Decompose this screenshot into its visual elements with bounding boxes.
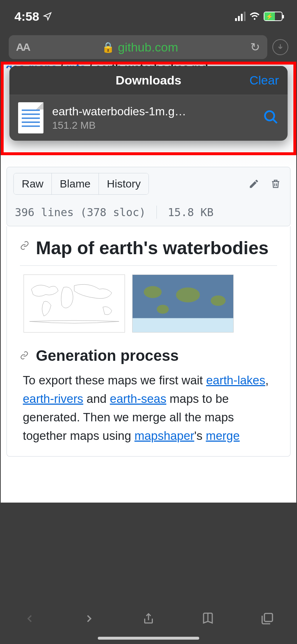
map-satellite-image <box>132 274 234 333</box>
downloads-title: Downloads <box>116 73 181 87</box>
bookmarks-button[interactable] <box>198 609 217 628</box>
body-text: To export these maps we first wait earth… <box>20 371 277 445</box>
section-heading: Generation process <box>20 347 277 364</box>
download-size: 151.2 MB <box>52 120 254 131</box>
back-button[interactable] <box>20 609 39 628</box>
link-earth-seas[interactable]: earth-seas <box>110 392 166 405</box>
file-stats-size: 15.8 KB <box>168 206 213 219</box>
battery-icon: ⚡ <box>264 12 283 21</box>
lock-icon: 🔒 <box>102 41 114 53</box>
svg-rect-1 <box>264 614 272 622</box>
page-content: geo-maps / info / earth-waterbodies.md D… <box>1 62 296 503</box>
anchor-icon[interactable] <box>20 351 29 362</box>
map-outline-image <box>24 274 125 333</box>
status-right: ⚡ <box>235 12 283 21</box>
share-button[interactable] <box>139 609 158 628</box>
file-stats-lines: 396 lines (378 sloc) <box>15 206 146 219</box>
history-button[interactable]: History <box>99 173 148 194</box>
delete-button[interactable] <box>268 176 284 192</box>
wifi-icon <box>249 12 260 21</box>
link-merge[interactable]: merge <box>206 429 240 442</box>
view-toggle: Raw Blame History <box>13 173 149 195</box>
status-time: 4:58 <box>14 9 52 24</box>
location-icon <box>43 12 52 21</box>
anchor-icon[interactable] <box>20 241 29 253</box>
reveal-button[interactable] <box>263 109 279 127</box>
time-label: 4:58 <box>14 9 39 24</box>
bottom-toolbar <box>0 600 297 644</box>
downloads-popover: Downloads Clear earth-waterbodies-1m.g… … <box>9 66 288 141</box>
raw-button[interactable]: Raw <box>14 173 52 194</box>
status-bar: 4:58 ⚡ <box>0 0 297 33</box>
file-header: Raw Blame History 396 lines (378 sloc) 1… <box>7 167 290 226</box>
page-title: Map of earth's waterbodies <box>20 237 277 266</box>
text-size-button[interactable]: AA <box>16 41 29 53</box>
download-item[interactable]: earth-waterbodies-1m.g… 151.2 MB <box>9 95 288 141</box>
tabs-button[interactable] <box>258 609 277 628</box>
download-text: earth-waterbodies-1m.g… 151.2 MB <box>52 105 254 131</box>
link-earth-lakes[interactable]: earth-lakes <box>206 373 265 387</box>
url-bar[interactable]: AA 🔒 github.com ↻ <box>9 35 267 59</box>
link-mapshaper[interactable]: mapshaper <box>134 429 194 442</box>
clear-button[interactable]: Clear <box>250 73 279 87</box>
domain-label: github.com <box>118 40 178 54</box>
blame-button[interactable]: Blame <box>52 173 99 194</box>
downloads-header: Downloads Clear <box>9 66 288 95</box>
signal-icon <box>235 12 246 21</box>
downloads-button[interactable] <box>272 39 288 55</box>
link-earth-rivers[interactable]: earth-rivers <box>23 392 83 405</box>
browser-toolbar: AA 🔒 github.com ↻ <box>0 33 297 62</box>
home-indicator[interactable] <box>98 637 199 640</box>
forward-button[interactable] <box>80 609 99 628</box>
map-images <box>24 274 277 333</box>
edit-button[interactable] <box>246 176 262 192</box>
svg-point-0 <box>265 111 275 121</box>
url-display[interactable]: 🔒 github.com <box>29 40 250 54</box>
reload-icon[interactable]: ↻ <box>250 40 260 54</box>
document-icon <box>18 102 43 133</box>
readme: Map of earth's waterbodies Generation pr… <box>7 226 290 457</box>
download-filename: earth-waterbodies-1m.g… <box>52 105 204 118</box>
